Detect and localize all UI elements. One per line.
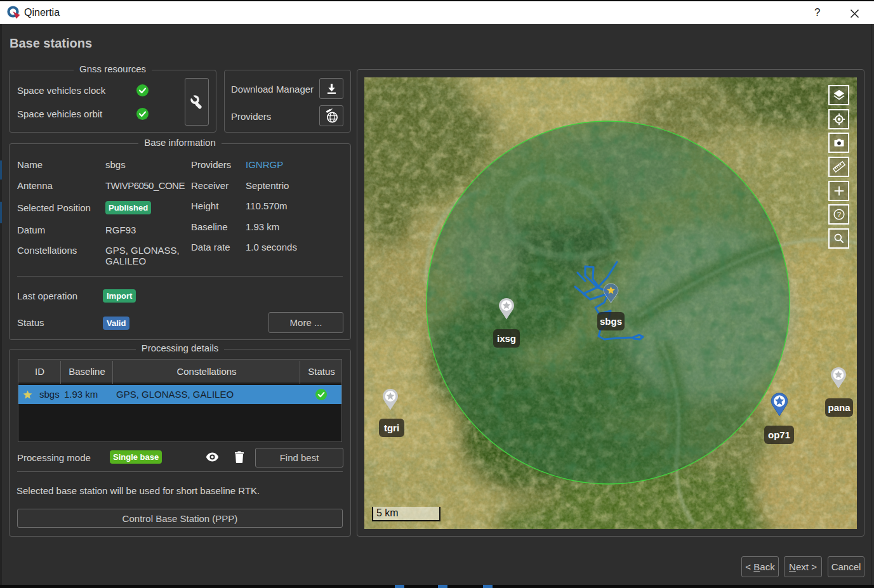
svg-text:?: ? <box>837 211 840 218</box>
